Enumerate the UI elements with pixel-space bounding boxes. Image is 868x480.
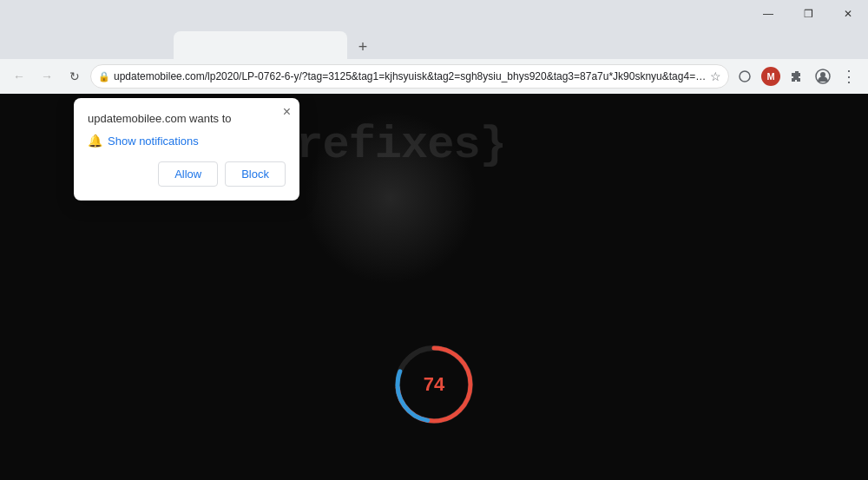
navigation-bar: ← → ↻ 🔒 updatemobilee.com/lp2020/LP-0762… bbox=[0, 59, 868, 94]
popup-close-button[interactable]: × bbox=[283, 105, 291, 119]
close-icon: ✕ bbox=[844, 8, 852, 20]
popup-title: updatemobilee.com wants to bbox=[88, 112, 286, 125]
bell-icon: 🔔 bbox=[88, 134, 102, 148]
back-button[interactable]: ← bbox=[7, 64, 31, 89]
notification-row: 🔔 Show notifications bbox=[88, 134, 286, 148]
toolbar-icons: M ⋮ bbox=[733, 64, 861, 89]
main-content: {malwarefixes} 74 × updatemobilee.com wa… bbox=[0, 94, 868, 480]
bookmark-icon[interactable]: ☆ bbox=[710, 69, 721, 83]
tab-bar: + bbox=[0, 28, 868, 59]
svg-point-0 bbox=[740, 71, 750, 82]
shield-icon[interactable] bbox=[733, 64, 757, 89]
block-button[interactable]: Block bbox=[225, 161, 286, 187]
extensions-icon[interactable] bbox=[785, 64, 809, 89]
red-m-icon[interactable]: M bbox=[759, 64, 783, 89]
minimize-button[interactable]: — bbox=[748, 0, 788, 28]
restore-button[interactable]: ❒ bbox=[788, 0, 828, 28]
restore-icon: ❒ bbox=[804, 8, 813, 20]
refresh-button[interactable]: ↻ bbox=[62, 64, 87, 89]
progress-value: 74 bbox=[424, 373, 444, 396]
forward-icon: → bbox=[41, 69, 53, 83]
notification-popup: × updatemobilee.com wants to 🔔 Show noti… bbox=[74, 98, 299, 201]
back-icon: ← bbox=[13, 69, 25, 83]
new-tab-icon: + bbox=[358, 38, 368, 56]
popup-buttons: Allow Block bbox=[88, 161, 286, 187]
window-controls: — ❒ ✕ bbox=[748, 0, 868, 28]
lock-icon: 🔒 bbox=[98, 71, 110, 82]
more-options-icon[interactable]: ⋮ bbox=[837, 64, 861, 89]
url-text: updatemobilee.com/lp2020/LP-0762-6-y/?ta… bbox=[114, 70, 710, 82]
close-icon: × bbox=[283, 104, 291, 119]
forward-button[interactable]: → bbox=[35, 64, 59, 89]
show-notifications-link[interactable]: Show notifications bbox=[108, 135, 199, 148]
active-tab[interactable] bbox=[174, 31, 347, 59]
close-button[interactable]: ✕ bbox=[828, 0, 868, 28]
minimize-icon: — bbox=[763, 8, 773, 20]
progress-circle: 74 bbox=[391, 341, 477, 428]
background-silhouette bbox=[304, 111, 477, 285]
new-tab-button[interactable]: + bbox=[351, 35, 375, 59]
profile-icon[interactable] bbox=[811, 64, 835, 89]
refresh-icon: ↻ bbox=[69, 69, 80, 83]
address-bar[interactable]: 🔒 updatemobilee.com/lp2020/LP-0762-6-y/?… bbox=[90, 64, 729, 89]
allow-button[interactable]: Allow bbox=[158, 161, 218, 187]
title-bar: — ❒ ✕ bbox=[0, 0, 868, 28]
